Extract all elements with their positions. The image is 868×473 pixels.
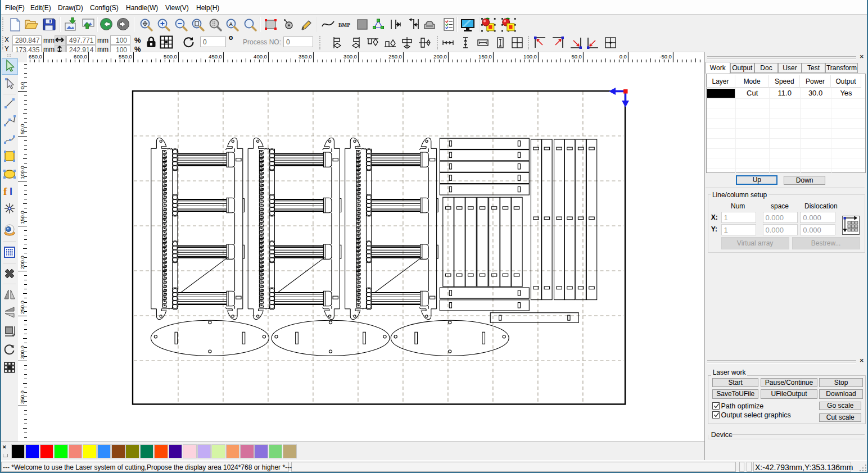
svg-text:300.0: 300.0 <box>19 345 25 359</box>
svg-text:250.0: 250.0 <box>388 53 402 60</box>
svg-text:0.0: 0.0 <box>19 82 25 89</box>
svg-text:100.0: 100.0 <box>523 53 537 60</box>
svg-text:300.0: 300.0 <box>343 53 357 60</box>
svg-text:-50.0: -50.0 <box>659 53 672 60</box>
svg-text:450.0: 450.0 <box>209 53 222 60</box>
svg-text:f: f <box>3 185 7 197</box>
svg-text:550.0: 550.0 <box>119 53 132 60</box>
svg-text:I: I <box>10 186 12 197</box>
svg-text:200.0: 200.0 <box>19 256 25 269</box>
svg-text:50.0: 50.0 <box>19 124 25 135</box>
svg-text:150.0: 150.0 <box>478 53 492 60</box>
svg-text:400.0: 400.0 <box>254 53 267 60</box>
svg-text:250.0: 250.0 <box>19 301 25 314</box>
svg-text:650.0: 650.0 <box>29 53 42 60</box>
svg-text:0.0: 0.0 <box>620 53 627 60</box>
svg-text:500.0: 500.0 <box>164 53 177 60</box>
svg-text:600.0: 600.0 <box>74 53 87 60</box>
svg-text:350.0: 350.0 <box>299 53 312 60</box>
svg-text:100.0: 100.0 <box>19 166 25 179</box>
svg-text:A: A <box>229 21 233 27</box>
svg-text:BMP: BMP <box>338 22 350 28</box>
svg-text:350.0: 350.0 <box>19 390 25 404</box>
svg-text:200.0: 200.0 <box>433 53 447 60</box>
svg-text:150.0: 150.0 <box>19 211 25 224</box>
svg-text:50.0: 50.0 <box>571 53 582 60</box>
